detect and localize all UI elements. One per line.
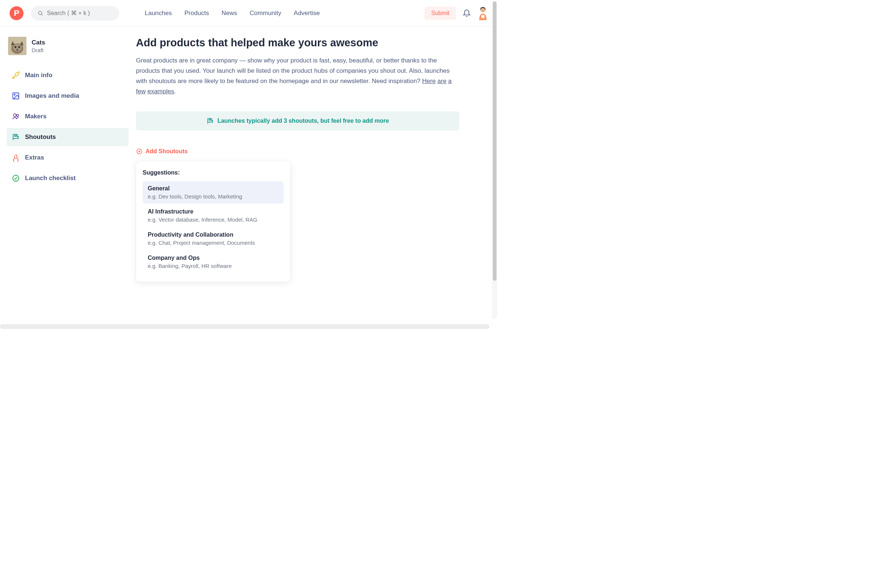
svg-rect-5 — [482, 15, 484, 18]
add-shoutouts-button[interactable]: Add Shoutouts — [136, 148, 459, 155]
product-thumbnail — [8, 37, 27, 55]
suggestion-ai[interactable]: AI Infrastructure e.g. Vector database, … — [142, 204, 284, 227]
product-header: Cats Draft — [7, 37, 129, 55]
svg-line-1 — [42, 14, 43, 15]
suggestion-desc: e.g. Dev tools, Design tools, Marketing — [148, 193, 279, 200]
svg-point-16 — [14, 114, 16, 117]
scrollbar-horizontal[interactable] — [0, 324, 489, 329]
image-icon — [12, 92, 20, 100]
scrollbar-vertical[interactable] — [492, 1, 497, 319]
nav-launches[interactable]: Launches — [145, 9, 172, 17]
suggestion-general[interactable]: General e.g. Dev tools, Design tools, Ma… — [142, 181, 284, 204]
sidebar-item-images[interactable]: Images and media — [7, 87, 129, 105]
header-right: Submit — [424, 6, 488, 20]
banner-text: Launches typically add 3 shoutouts, but … — [218, 118, 389, 124]
nav-advertise[interactable]: Advertise — [294, 9, 320, 17]
rocket-icon — [12, 71, 20, 80]
svg-point-12 — [18, 46, 20, 48]
link-a[interactable]: a — [448, 78, 452, 84]
product-status: Draft — [32, 47, 45, 53]
sidebar-item-label: Shoutouts — [25, 134, 56, 141]
svg-point-18 — [13, 175, 19, 182]
content: Cats Draft Main info Images and media Ma… — [0, 27, 498, 282]
fire-icon — [12, 154, 20, 162]
link-examples[interactable]: examples — [147, 88, 174, 95]
suggestion-desc: e.g. Vector database, Inference, Model, … — [148, 216, 279, 223]
sidebar-item-main-info[interactable]: Main info — [7, 66, 129, 84]
link-few[interactable]: few — [136, 88, 146, 95]
header: P Launches Products News Community Adver… — [0, 0, 498, 27]
svg-point-15 — [14, 94, 15, 95]
sidebar-item-label: Images and media — [25, 92, 79, 100]
suggestion-name: Company and Ops — [148, 255, 279, 261]
logo[interactable]: P — [9, 6, 24, 20]
svg-point-3 — [482, 9, 483, 10]
bell-icon[interactable] — [463, 9, 471, 17]
suggestion-desc: e.g. Banking, Payroll, HR software — [148, 263, 279, 269]
sidebar-item-extras[interactable]: Extras — [7, 148, 129, 167]
link-are[interactable]: are — [437, 78, 447, 84]
sidebar-item-label: Extras — [25, 154, 44, 161]
suggestions-title: Suggestions: — [142, 170, 284, 176]
submit-button[interactable]: Submit — [424, 7, 456, 20]
svg-point-0 — [39, 11, 42, 14]
plus-circle-icon — [136, 148, 142, 155]
suggestion-name: Productivity and Collaboration — [148, 231, 279, 238]
suggestion-company[interactable]: Company and Ops e.g. Banking, Payroll, H… — [142, 250, 284, 273]
svg-point-11 — [15, 46, 16, 48]
flag-icon — [12, 133, 20, 141]
sidebar-item-checklist[interactable]: Launch checklist — [7, 169, 129, 188]
nav-products[interactable]: Products — [184, 9, 209, 17]
users-icon — [12, 112, 20, 120]
info-banner: Launches typically add 3 shoutouts, but … — [136, 111, 459, 130]
suggestion-productivity[interactable]: Productivity and Collaboration e.g. Chat… — [142, 228, 284, 250]
link-here[interactable]: Here — [422, 78, 436, 84]
nav-news[interactable]: News — [222, 9, 237, 17]
search-box[interactable] — [31, 6, 119, 21]
side-nav: Main info Images and media Makers Shouto… — [7, 66, 129, 188]
check-circle-icon — [12, 174, 20, 182]
product-title: Cats — [32, 39, 45, 46]
suggestion-name: AI Infrastructure — [148, 208, 279, 215]
page-description: Great products are in great company — sh… — [136, 56, 459, 97]
suggestion-desc: e.g. Chat, Project management, Documents — [148, 240, 279, 246]
svg-point-2 — [481, 8, 485, 12]
flag-icon — [207, 117, 214, 124]
page-title: Add products that helped make yours awes… — [136, 37, 459, 49]
main-nav: Launches Products News Community Adverti… — [145, 9, 320, 17]
search-icon — [38, 10, 44, 16]
avatar[interactable] — [477, 6, 488, 20]
sidebar-item-makers[interactable]: Makers — [7, 107, 129, 126]
svg-point-17 — [16, 115, 19, 117]
suggestions-card: Suggestions: General e.g. Dev tools, Des… — [136, 161, 290, 282]
svg-point-4 — [483, 9, 484, 10]
sidebar-item-label: Makers — [25, 113, 46, 120]
sidebar-item-label: Main info — [25, 72, 52, 79]
sidebar-item-shoutouts[interactable]: Shoutouts — [7, 128, 129, 146]
nav-community[interactable]: Community — [249, 9, 281, 17]
search-input[interactable] — [47, 10, 112, 16]
main: Add products that helped make yours awes… — [136, 37, 474, 282]
suggestion-name: General — [148, 185, 279, 192]
sidebar: Cats Draft Main info Images and media Ma… — [0, 37, 136, 282]
sidebar-item-label: Launch checklist — [25, 175, 76, 182]
